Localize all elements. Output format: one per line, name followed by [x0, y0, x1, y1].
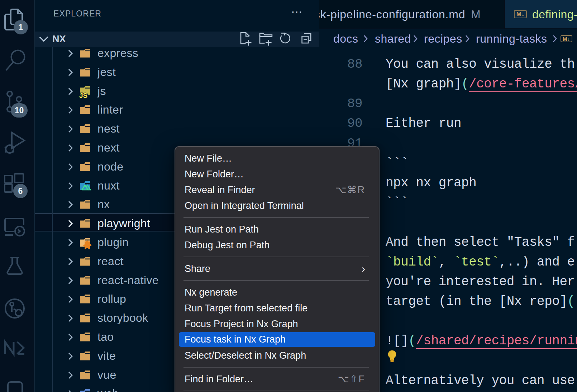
- svg-text:JS: JS: [79, 92, 87, 99]
